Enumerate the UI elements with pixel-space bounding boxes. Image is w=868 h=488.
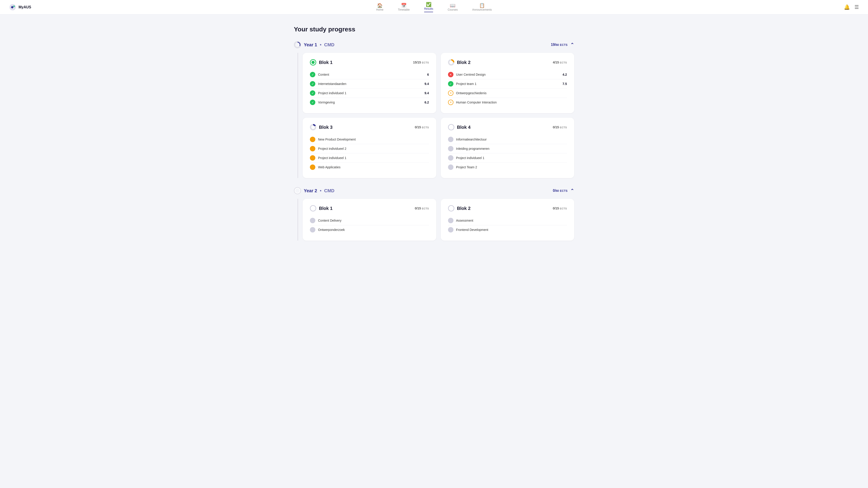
blok-header: Blok 1 0/15 ECTS [310,205,429,212]
nav-announcements[interactable]: 📋 Announcements [470,2,494,12]
course-left: ✓ Internetstandaarden [310,81,346,87]
course-name: Project individueel 1 [318,91,346,95]
year-content-2: Blok 1 0/15 ECTS Content Delivery [298,199,574,240]
year-header-2: Year 2 • CMD 0/60 ECTS ⌃ [294,187,574,194]
year-ects-value: 0/60 ECTS [553,189,567,193]
main-content: Your study progress Year 1 • CMD 19/60 E… [285,14,583,261]
course-name: Frontend Development [456,228,488,232]
year-label: Year 2 [304,188,317,193]
blok-title-area: Blok 3 [310,124,333,130]
course-row: ✓ Content 6 [310,70,429,79]
nav-results[interactable]: ✅ Results [422,1,435,13]
course-name: Content Delivery [318,219,342,222]
blok-card-2-2: Blok 2 0/15 ECTS Assessment Fronte [441,199,575,240]
year-header-left: Year 1 • CMD [294,41,335,48]
course-row: Project individueel 2 [310,144,429,153]
blok-header: Blok 3 0/15 ECTS [310,124,429,130]
course-left: Project individueel 1 [310,155,346,161]
blok-title: Blok 2 [457,60,471,65]
blok-ects-value: 0/15 [415,206,421,210]
course-name: Content [318,73,329,76]
courses-icon: 📖 [450,3,456,8]
course-left: Project individueel 1 [448,155,485,161]
course-name: Web Applicaties [318,165,340,169]
blok-ects: 0/15 ECTS [553,206,567,210]
blok-header: Blok 2 0/15 ECTS [448,205,567,212]
status-complete-icon: ✓ [310,72,315,77]
year-collapse-button[interactable]: ⌃ [570,42,574,47]
blok-title-area: Blok 2 [448,59,471,66]
blok-card-1-3: Blok 3 0/15 ECTS New Product Development [303,118,436,178]
year-collapse-button[interactable]: ⌃ [570,188,574,193]
nav-timetable[interactable]: 📅 Timetable [396,2,411,12]
course-grade: 4.2 [563,73,567,76]
course-left: Content Delivery [310,218,342,223]
course-row: ✕ User Centred Design 4.2 [448,70,567,79]
year-ects: 19/60 ECTS ⌃ [551,42,574,47]
course-grade: 6 [427,73,429,76]
course-row: Project individueel 1 [310,153,429,163]
status-pending-icon [310,164,315,170]
course-row: Assessment [448,216,567,225]
course-name: Inleiding programmeren [456,147,490,151]
course-row: ✕ Ontwerpgeschiedenis [448,89,567,98]
year-ects-value: 19/60 ECTS [551,43,567,47]
status-empty-icon [448,137,454,142]
status-complete-icon: ✓ [448,81,454,87]
course-left: ✓ Vormgeving [310,100,335,105]
course-left: ✕ Human Computer Interaction [448,100,497,105]
results-icon: ✅ [426,2,432,7]
status-complete-icon: ✓ [310,90,315,96]
blok-ects-value: 0/15 [415,125,421,129]
status-empty-icon [310,227,315,232]
nav-timetable-label: Timetable [398,8,410,11]
blok-empty-icon [310,205,316,212]
blok-empty-icon [448,205,454,212]
blok-title-area: Blok 4 [448,124,471,130]
blok-title: Blok 3 [319,125,333,130]
course-row: Web Applicaties [310,163,429,172]
blok-ects-value: 4/15 [553,61,559,64]
course-row: Frontend Development [448,225,567,234]
blok-ects: 0/15 ECTS [415,125,429,129]
status-empty-icon [448,227,454,232]
nav-courses[interactable]: 📖 Courses [446,2,460,12]
blok-title: Blok 2 [457,206,471,211]
course-name: Project individueel 1 [456,156,485,160]
hamburger-menu-icon[interactable]: ☰ [855,4,859,10]
blok-ects-suffix: ECTS [422,207,429,210]
years-container: Year 1 • CMD 19/60 ECTS ⌃ Blok 1 15/15 E… [294,41,574,240]
year-header-left: Year 2 • CMD [294,187,335,194]
blok-ects-value: 0/15 [553,206,559,210]
course-row: Project individueel 1 [448,153,567,163]
course-left: Web Applicaties [310,164,340,170]
blok-title: Blok 1 [319,60,333,65]
course-left: Inleiding programmeren [448,146,490,151]
status-empty-icon [448,164,454,170]
blok-header: Blok 4 0/15 ECTS [448,124,567,130]
blok-ects-value: 15/15 [413,61,421,64]
blok-header: Blok 2 4/15 ECTS [448,59,567,66]
status-awaiting-icon: ✕ [448,90,454,96]
course-left: Frontend Development [448,227,488,232]
course-left: ✕ Ontwerpgeschiedenis [448,90,487,96]
blok-grid: Blok 1 0/15 ECTS Content Delivery [303,199,574,240]
blok-ects-suffix: ECTS [560,126,567,129]
year-section-1: Year 1 • CMD 19/60 ECTS ⌃ Blok 1 15/15 E… [294,41,574,178]
logo[interactable]: MyAUS [9,4,31,11]
course-row: Ontwerponderzoek [310,225,429,234]
year-separator: • [320,42,321,47]
main-nav: 🏠 Home 📅 Timetable ✅ Results 📖 Courses 📋… [374,1,494,13]
course-left: ✓ Project team 1 [448,81,476,87]
year-program: CMD [324,42,335,47]
blok-ects: 15/15 ECTS [413,61,429,64]
course-row: Content Delivery [310,216,429,225]
course-name: Ontwerpgeschiedenis [456,91,487,95]
nav-home[interactable]: 🏠 Home [374,2,385,12]
course-name: Informatiearchitectuur [456,138,487,141]
blok-ects-suffix: ECTS [560,61,567,64]
notification-bell-icon[interactable]: 🔔 [844,4,850,10]
blok-empty-icon [448,124,454,130]
blok-ects-suffix: ECTS [560,207,567,210]
course-name: Project Team 2 [456,165,477,169]
